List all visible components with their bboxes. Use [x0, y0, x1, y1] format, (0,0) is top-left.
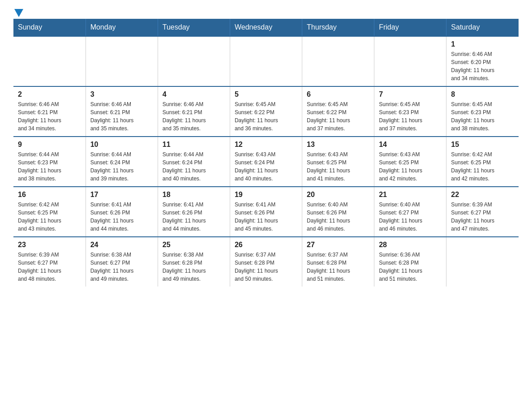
calendar-cell — [86, 36, 158, 86]
day-info: Sunrise: 6:43 AM Sunset: 6:25 PM Dayligh… — [307, 150, 369, 183]
calendar-cell: 26Sunrise: 6:37 AM Sunset: 6:28 PM Dayli… — [230, 237, 302, 287]
calendar-week-row: 2Sunrise: 6:46 AM Sunset: 6:21 PM Daylig… — [13, 86, 519, 137]
calendar-week-row: 1Sunrise: 6:46 AM Sunset: 6:20 PM Daylig… — [13, 36, 519, 86]
day-number: 10 — [90, 141, 153, 149]
day-number: 18 — [163, 191, 225, 199]
calendar-cell: 17Sunrise: 6:41 AM Sunset: 6:26 PM Dayli… — [86, 187, 158, 237]
calendar-cell: 16Sunrise: 6:42 AM Sunset: 6:25 PM Dayli… — [13, 187, 86, 237]
day-number: 24 — [90, 241, 153, 249]
day-info: Sunrise: 6:46 AM Sunset: 6:21 PM Dayligh… — [163, 100, 225, 133]
calendar-week-row: 23Sunrise: 6:39 AM Sunset: 6:27 PM Dayli… — [13, 237, 519, 287]
day-info: Sunrise: 6:42 AM Sunset: 6:25 PM Dayligh… — [451, 150, 514, 183]
weekday-header-row: SundayMondayTuesdayWednesdayThursdayFrid… — [13, 19, 519, 36]
calendar-cell: 24Sunrise: 6:38 AM Sunset: 6:27 PM Dayli… — [86, 237, 158, 287]
calendar-cell: 28Sunrise: 6:36 AM Sunset: 6:28 PM Dayli… — [374, 237, 446, 287]
day-info: Sunrise: 6:45 AM Sunset: 6:22 PM Dayligh… — [235, 100, 297, 133]
day-info: Sunrise: 6:41 AM Sunset: 6:26 PM Dayligh… — [235, 201, 297, 233]
calendar-cell: 6Sunrise: 6:45 AM Sunset: 6:22 PM Daylig… — [302, 86, 374, 137]
day-info: Sunrise: 6:45 AM Sunset: 6:23 PM Dayligh… — [451, 100, 514, 133]
day-number: 9 — [18, 141, 81, 149]
calendar-cell: 19Sunrise: 6:41 AM Sunset: 6:26 PM Dayli… — [230, 187, 302, 237]
day-number: 5 — [235, 90, 297, 98]
day-info: Sunrise: 6:40 AM Sunset: 6:27 PM Dayligh… — [379, 201, 442, 233]
calendar-cell: 2Sunrise: 6:46 AM Sunset: 6:21 PM Daylig… — [13, 86, 86, 137]
day-number: 12 — [235, 141, 297, 149]
calendar-week-row: 9Sunrise: 6:44 AM Sunset: 6:23 PM Daylig… — [13, 137, 519, 187]
calendar-body: 1Sunrise: 6:46 AM Sunset: 6:20 PM Daylig… — [13, 36, 519, 287]
day-number: 13 — [307, 141, 369, 149]
day-number: 3 — [90, 90, 153, 98]
logo — [13, 9, 23, 14]
calendar-cell — [230, 36, 302, 86]
day-number: 8 — [451, 90, 514, 98]
day-info: Sunrise: 6:38 AM Sunset: 6:27 PM Dayligh… — [90, 251, 153, 283]
weekday-header-saturday: Saturday — [446, 19, 519, 36]
day-number: 27 — [307, 241, 369, 249]
calendar-week-row: 16Sunrise: 6:42 AM Sunset: 6:25 PM Dayli… — [13, 187, 519, 237]
day-info: Sunrise: 6:43 AM Sunset: 6:25 PM Dayligh… — [379, 150, 442, 183]
logo-triangle-icon — [14, 9, 23, 17]
calendar-cell: 22Sunrise: 6:39 AM Sunset: 6:27 PM Dayli… — [446, 187, 519, 237]
day-info: Sunrise: 6:42 AM Sunset: 6:25 PM Dayligh… — [18, 201, 81, 233]
calendar-cell: 27Sunrise: 6:37 AM Sunset: 6:28 PM Dayli… — [302, 237, 374, 287]
day-number: 28 — [379, 241, 442, 249]
day-info: Sunrise: 6:46 AM Sunset: 6:21 PM Dayligh… — [18, 100, 81, 133]
day-info: Sunrise: 6:40 AM Sunset: 6:26 PM Dayligh… — [307, 201, 369, 233]
day-number: 17 — [90, 191, 153, 199]
day-info: Sunrise: 6:44 AM Sunset: 6:23 PM Dayligh… — [18, 150, 81, 183]
day-number: 7 — [379, 90, 442, 98]
calendar-cell: 23Sunrise: 6:39 AM Sunset: 6:27 PM Dayli… — [13, 237, 86, 287]
calendar-cell: 20Sunrise: 6:40 AM Sunset: 6:26 PM Dayli… — [302, 187, 374, 237]
day-info: Sunrise: 6:41 AM Sunset: 6:26 PM Dayligh… — [90, 201, 153, 233]
weekday-header-wednesday: Wednesday — [230, 19, 302, 36]
calendar-cell: 11Sunrise: 6:44 AM Sunset: 6:24 PM Dayli… — [158, 137, 230, 187]
day-number: 19 — [235, 191, 297, 199]
calendar-cell: 13Sunrise: 6:43 AM Sunset: 6:25 PM Dayli… — [302, 137, 374, 187]
day-info: Sunrise: 6:39 AM Sunset: 6:27 PM Dayligh… — [451, 201, 514, 233]
day-number: 1 — [451, 40, 514, 48]
calendar-cell — [302, 36, 374, 86]
day-info: Sunrise: 6:38 AM Sunset: 6:28 PM Dayligh… — [163, 251, 225, 283]
page-header — [13, 9, 519, 14]
day-number: 23 — [18, 241, 81, 249]
day-number: 26 — [235, 241, 297, 249]
calendar-table: SundayMondayTuesdayWednesdayThursdayFrid… — [13, 19, 519, 287]
calendar-cell: 25Sunrise: 6:38 AM Sunset: 6:28 PM Dayli… — [158, 237, 230, 287]
day-number: 15 — [451, 141, 514, 149]
day-number: 6 — [307, 90, 369, 98]
weekday-header-tuesday: Tuesday — [158, 19, 230, 36]
day-info: Sunrise: 6:43 AM Sunset: 6:24 PM Dayligh… — [235, 150, 297, 183]
day-info: Sunrise: 6:46 AM Sunset: 6:21 PM Dayligh… — [90, 100, 153, 133]
calendar-cell: 10Sunrise: 6:44 AM Sunset: 6:24 PM Dayli… — [86, 137, 158, 187]
calendar-header: SundayMondayTuesdayWednesdayThursdayFrid… — [13, 19, 519, 36]
calendar-cell: 21Sunrise: 6:40 AM Sunset: 6:27 PM Dayli… — [374, 187, 446, 237]
calendar-cell: 7Sunrise: 6:45 AM Sunset: 6:23 PM Daylig… — [374, 86, 446, 137]
weekday-header-friday: Friday — [374, 19, 446, 36]
calendar-cell — [374, 36, 446, 86]
day-number: 16 — [18, 191, 81, 199]
day-number: 2 — [18, 90, 81, 98]
day-number: 4 — [163, 90, 225, 98]
day-info: Sunrise: 6:45 AM Sunset: 6:22 PM Dayligh… — [307, 100, 369, 133]
day-number: 20 — [307, 191, 369, 199]
day-info: Sunrise: 6:37 AM Sunset: 6:28 PM Dayligh… — [307, 251, 369, 283]
calendar-cell: 9Sunrise: 6:44 AM Sunset: 6:23 PM Daylig… — [13, 137, 86, 187]
calendar-cell: 5Sunrise: 6:45 AM Sunset: 6:22 PM Daylig… — [230, 86, 302, 137]
calendar-cell: 8Sunrise: 6:45 AM Sunset: 6:23 PM Daylig… — [446, 86, 519, 137]
day-number: 11 — [163, 141, 225, 149]
day-info: Sunrise: 6:37 AM Sunset: 6:28 PM Dayligh… — [235, 251, 297, 283]
weekday-header-thursday: Thursday — [302, 19, 374, 36]
day-info: Sunrise: 6:46 AM Sunset: 6:20 PM Dayligh… — [451, 50, 514, 82]
calendar-cell — [13, 36, 86, 86]
calendar-cell: 18Sunrise: 6:41 AM Sunset: 6:26 PM Dayli… — [158, 187, 230, 237]
day-number: 14 — [379, 141, 442, 149]
day-info: Sunrise: 6:44 AM Sunset: 6:24 PM Dayligh… — [90, 150, 153, 183]
calendar-cell — [446, 237, 519, 287]
day-info: Sunrise: 6:39 AM Sunset: 6:27 PM Dayligh… — [18, 251, 81, 283]
calendar-cell: 4Sunrise: 6:46 AM Sunset: 6:21 PM Daylig… — [158, 86, 230, 137]
weekday-header-monday: Monday — [86, 19, 158, 36]
calendar-cell: 14Sunrise: 6:43 AM Sunset: 6:25 PM Dayli… — [374, 137, 446, 187]
day-number: 21 — [379, 191, 442, 199]
day-info: Sunrise: 6:36 AM Sunset: 6:28 PM Dayligh… — [379, 251, 442, 283]
day-info: Sunrise: 6:45 AM Sunset: 6:23 PM Dayligh… — [379, 100, 442, 133]
